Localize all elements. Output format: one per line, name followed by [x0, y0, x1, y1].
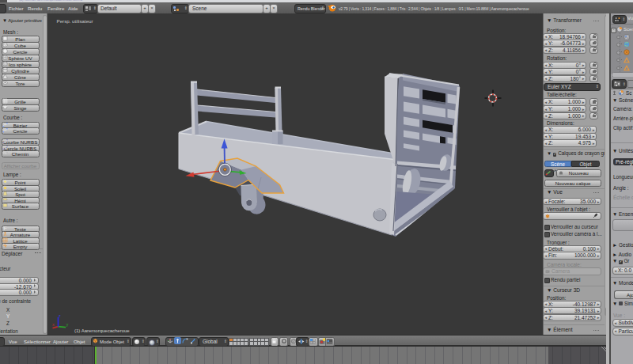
svg-text:F: F	[3, 226, 6, 231]
svg-text:x: x	[52, 322, 55, 327]
svg-text:z: z	[59, 313, 61, 318]
svg-text:y: y	[66, 322, 69, 327]
